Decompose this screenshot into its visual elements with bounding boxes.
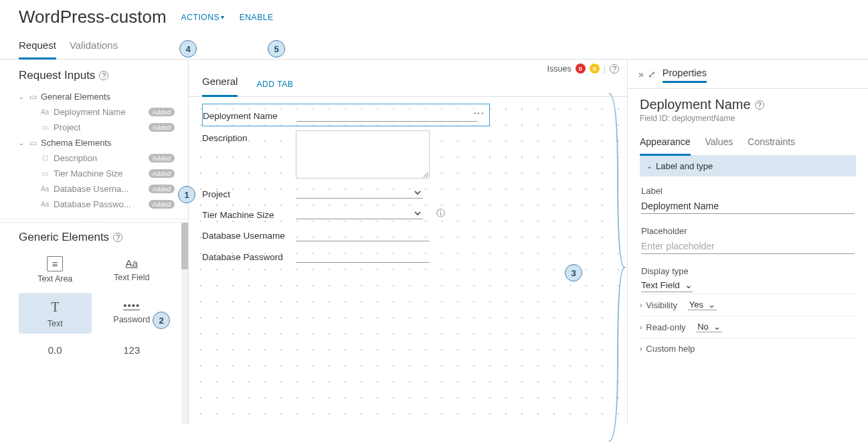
field-tier-machine-size[interactable]: Tier Machine Size ⓘ <box>202 203 490 224</box>
display-type-select[interactable]: Text Field ⌄ <box>641 279 693 292</box>
help-icon[interactable]: ? <box>99 71 108 80</box>
actions-menu[interactable]: ACTIONS▾ <box>181 13 225 22</box>
added-badge: Added <box>149 154 175 162</box>
canvas-tab-general[interactable]: General <box>202 72 238 97</box>
generic-decimal[interactable]: 0.0 <box>19 338 92 365</box>
callout-3: 3 <box>565 264 582 282</box>
password-icon: •••• <box>119 298 144 312</box>
field-db-password[interactable]: Database Password <box>202 245 490 267</box>
tree-folder-general[interactable]: ⌄ ▭ General Elements <box>19 89 177 104</box>
tree-item-description[interactable]: ☐ Description Added <box>19 150 177 166</box>
accordion-custom-help[interactable]: › Custom help <box>640 338 856 359</box>
generic-text-area[interactable]: ≡ Text Area <box>19 251 92 289</box>
field-label: Database Password <box>202 249 288 262</box>
deployment-name-input[interactable] <box>296 108 477 122</box>
info-icon[interactable]: ⓘ <box>436 207 445 219</box>
prop-tab-constraints[interactable]: Constraints <box>748 132 795 155</box>
description-input[interactable] <box>296 130 430 179</box>
enable-button[interactable]: ENABLE <box>240 13 274 22</box>
db-password-input[interactable] <box>296 249 430 263</box>
added-badge: Added <box>149 108 175 116</box>
help-icon[interactable]: ? <box>113 233 122 242</box>
folder-icon: ▭ <box>29 92 37 102</box>
callout-1: 1 <box>178 186 195 203</box>
accordion-label-and-type[interactable]: ⌄ Label and type <box>640 156 856 177</box>
tab-validations[interactable]: Validations <box>70 37 118 59</box>
callout-5: 5 <box>268 40 285 58</box>
db-username-input[interactable] <box>296 228 430 241</box>
chevron-down-icon: ▾ <box>221 13 225 21</box>
generic-text[interactable]: T Text <box>19 293 92 334</box>
generic-integer[interactable]: 123 <box>96 338 169 365</box>
display-type-label: Display type <box>641 266 855 276</box>
label-input[interactable] <box>641 199 855 214</box>
tree-item-db-user[interactable]: Aa Database Userna... Added <box>19 181 177 197</box>
request-inputs-tree: ⌄ ▭ General Elements Aa Deployment Name … <box>19 89 177 212</box>
help-icon[interactable]: ? <box>755 100 764 110</box>
chevron-down-icon: ⌄ <box>646 162 652 170</box>
tree-item-tier-size[interactable]: ▭ Tier Machine Size Added <box>19 166 177 181</box>
select-icon: ▭ <box>40 170 50 177</box>
generic-elements-heading: Generic Elements ? <box>19 231 177 244</box>
scrollbar[interactable] <box>181 223 188 424</box>
field-deployment-name[interactable]: Deployment Name ⋮ <box>202 104 490 126</box>
text-icon: Aa <box>40 108 50 116</box>
chevron-down-icon: ⌄ <box>19 94 25 100</box>
callout-4: 4 <box>179 40 197 58</box>
issues-bar: Issues 0 0 | ? <box>547 64 619 74</box>
properties-heading: Deployment Name ? <box>640 97 856 112</box>
accordion-visibility[interactable]: › Visibility Yes ⌄ <box>640 294 856 316</box>
add-tab-button[interactable]: ADD TAB <box>256 80 293 89</box>
added-badge: Added <box>149 123 175 132</box>
field-label: Description <box>202 130 288 143</box>
placeholder-input[interactable] <box>641 239 855 254</box>
chevron-right-icon: › <box>640 345 642 352</box>
field-project[interactable]: Project <box>202 183 490 203</box>
added-badge: Added <box>149 185 175 193</box>
tier-machine-size-select[interactable] <box>296 207 423 219</box>
visibility-value[interactable]: Yes ⌄ <box>688 300 717 310</box>
field-db-username[interactable]: Database Username <box>202 224 490 245</box>
help-icon[interactable]: ? <box>610 64 619 74</box>
prop-tab-appearance[interactable]: Appearance <box>640 132 691 156</box>
tree-item-db-pass[interactable]: Aa Database Passwo... Added <box>19 197 177 212</box>
textarea-icon: ≡ <box>47 256 63 271</box>
readonly-value[interactable]: No ⌄ <box>696 322 722 332</box>
tree-folder-schema[interactable]: ⌄ ▭ Schema Elements <box>19 135 177 150</box>
prop-tab-values[interactable]: Values <box>705 132 733 155</box>
page-title: WordPress-custom <box>19 7 167 27</box>
properties-tab[interactable]: Properties <box>663 65 707 83</box>
folder-icon: ▭ <box>29 138 37 148</box>
warning-count-badge[interactable]: 0 <box>590 64 600 74</box>
chevron-right-icon: › <box>640 324 642 331</box>
decimal-icon: 0.0 <box>44 343 66 357</box>
more-actions-icon[interactable]: ⋮ <box>473 108 485 118</box>
field-label: Tier Machine Size <box>202 207 288 220</box>
text-icon: Aa <box>40 201 50 208</box>
field-label: Database Username <box>202 228 288 241</box>
accordion-readonly[interactable]: › Read-only No ⌄ <box>640 316 856 338</box>
added-badge: Added <box>149 169 175 178</box>
tree-item-project[interactable]: ▭ Project Added <box>19 120 177 135</box>
project-select[interactable] <box>296 187 423 199</box>
checkbox-icon: ☐ <box>40 154 50 162</box>
field-id-text: Field ID: deploymentName <box>640 114 856 123</box>
select-icon: ▭ <box>40 124 50 131</box>
text-icon: T <box>47 298 63 316</box>
textfield-icon: Aa <box>122 256 142 270</box>
collapse-icon[interactable]: » <box>638 69 644 80</box>
expand-icon[interactable]: ⤢ <box>648 69 656 80</box>
integer-icon: 123 <box>119 343 144 357</box>
error-count-badge[interactable]: 0 <box>576 64 586 74</box>
field-label: Project <box>202 187 288 199</box>
request-inputs-heading: Request Inputs ? <box>19 69 177 82</box>
generic-text-field[interactable]: Aa Text Field <box>96 251 169 289</box>
tab-request[interactable]: Request <box>19 37 56 60</box>
tree-item-deployment-name[interactable]: Aa Deployment Name Added <box>19 104 177 120</box>
form-canvas[interactable]: Deployment Name ⋮ Description Project Ti… <box>189 97 627 424</box>
added-badge: Added <box>149 200 175 209</box>
placeholder-label: Placeholder <box>641 226 855 236</box>
chevron-right-icon: › <box>640 302 642 309</box>
callout-2: 2 <box>153 312 170 329</box>
field-description[interactable]: Description <box>202 126 490 183</box>
